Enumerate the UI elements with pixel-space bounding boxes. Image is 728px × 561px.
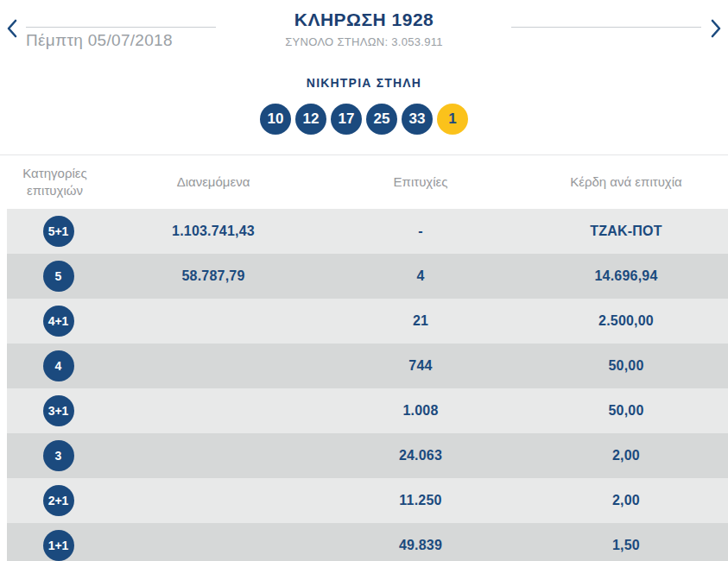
category-cell: 3 xyxy=(7,440,110,471)
category-cell: 4+1 xyxy=(7,306,110,337)
category-label: 5+1 xyxy=(48,224,69,238)
category-cell: 2+1 xyxy=(7,485,110,516)
table-row: 3+1 1.008 50,00 xyxy=(7,388,728,433)
category-cell: 5+1 xyxy=(7,216,110,247)
prize-value: 2.500,00 xyxy=(524,313,728,329)
category-cell: 3+1 xyxy=(7,395,110,426)
prize-table: Κατηγορίες επιτυχιών Διανεμόμενα Επιτυχί… xyxy=(0,154,728,561)
column-header-categories: Κατηγορίες επιτυχιών xyxy=(0,165,110,200)
table-row: 1+1 49.839 1,50 xyxy=(7,523,728,561)
winners-value: 49.839 xyxy=(317,538,524,553)
category-label: 4+1 xyxy=(48,314,69,328)
prize-value: ΤΖΑΚ-ΠΟΤ xyxy=(524,224,728,239)
category-label: 2+1 xyxy=(48,494,69,507)
category-badge: 4 xyxy=(43,350,74,381)
category-badge: 1+1 xyxy=(43,530,74,561)
total-columns-label: ΣΥΝΟΛΟ ΣΤΗΛΩΝ: 3.053.911 xyxy=(0,35,728,48)
joker-draw-results-page: Πέμπτη 05/07/2018 ΚΛΗΡΩΣΗ 1928 ΣΥΝΟΛΟ ΣΤ… xyxy=(0,0,728,561)
ball-number: 33 xyxy=(409,110,426,128)
winning-column-section: ΝΙΚΗΤΡΙΑ ΣΤΗΛΗ 10 12 17 25 33 1 xyxy=(0,60,728,135)
draw-title: ΚΛΗΡΩΣΗ 1928 xyxy=(0,9,728,30)
winners-value: 1.008 xyxy=(317,403,524,419)
ball-number: 17 xyxy=(339,110,355,128)
table-row: 3 24.063 2,00 xyxy=(7,433,728,478)
next-draw-button[interactable] xyxy=(706,18,725,39)
winners-value: 744 xyxy=(317,358,524,374)
category-label: 4 xyxy=(55,359,62,373)
winners-value: - xyxy=(317,224,524,239)
ball-number: 1 xyxy=(448,110,456,128)
category-label: 1+1 xyxy=(48,539,69,552)
winning-numbers: 10 12 17 25 33 1 xyxy=(0,104,728,135)
ball-number: 10 xyxy=(268,110,284,128)
category-badge: 2+1 xyxy=(43,485,74,516)
prize-value: 2,00 xyxy=(524,448,728,463)
prize-value: 50,00 xyxy=(524,358,728,374)
category-badge: 5 xyxy=(43,261,74,292)
winning-number-ball: 12 xyxy=(295,104,326,135)
category-badge: 3 xyxy=(43,440,74,471)
category-cell: 5 xyxy=(7,261,110,292)
table-row: 5 58.787,79 4 14.696,94 xyxy=(7,254,728,299)
column-header-distributed: Διανεμόμενα xyxy=(110,173,317,191)
category-label: 3+1 xyxy=(48,404,69,418)
winners-value: 11.250 xyxy=(317,493,524,508)
category-badge: 3+1 xyxy=(43,395,74,426)
winning-number-ball: 10 xyxy=(260,104,291,135)
category-cell: 4 xyxy=(7,350,110,381)
distributed-value: 58.787,79 xyxy=(110,268,317,284)
draw-header: Πέμπτη 05/07/2018 ΚΛΗΡΩΣΗ 1928 ΣΥΝΟΛΟ ΣΤ… xyxy=(0,0,728,60)
category-label: 5 xyxy=(55,269,62,283)
ball-number: 12 xyxy=(303,110,320,128)
prize-value: 14.696,94 xyxy=(524,268,728,284)
table-row: 2+1 11.250 2,00 xyxy=(7,478,728,523)
draw-header-center: ΚΛΗΡΩΣΗ 1928 ΣΥΝΟΛΟ ΣΤΗΛΩΝ: 3.053.911 xyxy=(0,9,728,48)
winning-number-ball: 17 xyxy=(331,104,362,135)
category-cell: 1+1 xyxy=(7,530,110,561)
distributed-value: 1.103.741,43 xyxy=(110,224,317,239)
winners-value: 21 xyxy=(317,313,524,329)
winning-number-ball: 25 xyxy=(366,104,397,135)
winners-value: 24.063 xyxy=(317,448,524,463)
table-row: 4+1 21 2.500,00 xyxy=(7,299,728,344)
winning-number-ball: 33 xyxy=(402,104,433,135)
prize-value: 2,00 xyxy=(524,493,728,508)
prize-value: 1,50 xyxy=(524,538,728,553)
table-row: 5+1 1.103.741,43 - ΤΖΑΚ-ΠΟΤ xyxy=(7,209,728,254)
category-badge: 5+1 xyxy=(43,216,74,247)
winning-column-title: ΝΙΚΗΤΡΙΑ ΣΤΗΛΗ xyxy=(0,76,728,90)
column-header-prize: Κέρδη ανά επιτυχία xyxy=(524,173,728,191)
prize-table-body: 5+1 1.103.741,43 - ΤΖΑΚ-ΠΟΤ 5 58.787,79 … xyxy=(0,209,728,561)
winners-value: 4 xyxy=(317,268,524,284)
table-row: 4 744 50,00 xyxy=(7,344,728,388)
bonus-number-ball: 1 xyxy=(437,104,468,135)
ball-number: 25 xyxy=(374,110,390,128)
chevron-right-icon xyxy=(709,19,723,38)
category-badge: 4+1 xyxy=(43,306,74,337)
prize-value: 50,00 xyxy=(524,403,728,419)
column-header-winners: Επιτυχίες xyxy=(317,173,524,191)
prize-table-header: Κατηγορίες επιτυχιών Διανεμόμενα Επιτυχί… xyxy=(0,155,728,209)
category-label: 3 xyxy=(55,449,62,463)
